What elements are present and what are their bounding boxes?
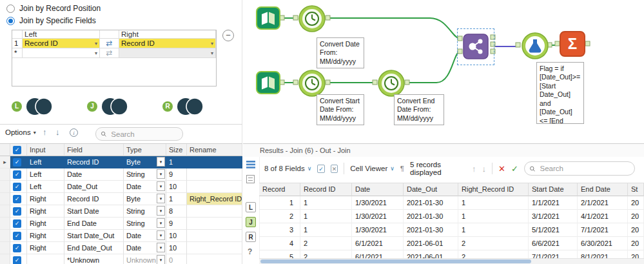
field-grid-row[interactable]: ✓RightStart Date_OutDate▾10	[0, 230, 242, 242]
field-grid-row[interactable]: ▸✓LeftRecord IDByte▾1	[0, 156, 242, 168]
horizontal-scrollbar[interactable]	[259, 258, 644, 264]
right-field-dropdown-empty[interactable]: ▾	[119, 48, 216, 58]
type-dropdown[interactable]: ▾	[157, 243, 165, 252]
radio-join-by-record-position[interactable]: Join by Record Position	[6, 4, 101, 13]
table-row[interactable]: 211/30/20212021-01-3013/1/20214/1/202120	[259, 210, 644, 223]
scrollbar-thumb[interactable]	[260, 259, 531, 263]
formula-tool[interactable]	[520, 31, 550, 63]
right-field-dropdown[interactable]: Record ID ▾	[119, 39, 216, 48]
radio-join-by-specific-fields[interactable]: Join by Specific Fields	[6, 16, 96, 25]
left-field-dropdown-empty[interactable]: ▾	[23, 48, 100, 58]
inner-join-venn[interactable]: J	[87, 96, 130, 117]
rename-cell[interactable]	[187, 205, 242, 218]
join-tool[interactable]	[463, 34, 489, 61]
row-checkbox[interactable]: ✓	[13, 219, 21, 228]
clear-fields-icon[interactable]: ✕	[331, 165, 338, 173]
results-search-box[interactable]	[524, 161, 635, 176]
rename-cell[interactable]: Right_Record ID	[187, 193, 242, 205]
column-header-input[interactable]: Input	[27, 144, 64, 156]
column-header[interactable]: Right_Record ID	[458, 183, 529, 196]
column-header-type[interactable]: Type	[124, 144, 166, 156]
chevron-down-icon[interactable]: ▾	[211, 41, 213, 46]
scroll-down-icon[interactable]: ↓	[482, 164, 487, 174]
column-header[interactable]: Start Date	[529, 183, 578, 196]
column-header[interactable]: Date	[352, 183, 404, 196]
field-grid-row[interactable]: ✓RightEnd DateString▾9	[0, 218, 242, 230]
datetime-tool-1[interactable]	[297, 4, 327, 36]
search-input[interactable]	[110, 130, 178, 139]
rename-cell[interactable]	[187, 254, 242, 264]
info-icon[interactable]: i	[70, 128, 78, 137]
row-checkbox[interactable]: ✓	[13, 244, 21, 252]
column-header[interactable]: Record ID	[300, 183, 352, 196]
column-header-rename[interactable]: Rename	[187, 144, 242, 156]
pilcrow-icon[interactable]: ¶	[400, 165, 404, 172]
type-dropdown[interactable]: ▾	[157, 230, 165, 240]
row-checkbox[interactable]: ✓	[13, 170, 21, 179]
results-search-input[interactable]	[538, 164, 630, 173]
field-search-box[interactable]	[95, 127, 183, 141]
column-header[interactable]: Date_Out	[404, 183, 458, 196]
anchor-button-left[interactable]: L	[246, 202, 256, 212]
type-dropdown[interactable]: ▾	[157, 194, 165, 203]
type-dropdown[interactable]: ▾	[157, 255, 165, 264]
rename-cell[interactable]	[187, 168, 242, 181]
options-menu-button[interactable]: Options ▾	[5, 128, 36, 136]
row-checkbox[interactable]: ✓	[13, 232, 21, 240]
column-header-size[interactable]: Size	[166, 144, 187, 156]
row-checkbox[interactable]: ✓	[13, 183, 21, 191]
column-header-field[interactable]: Field	[64, 144, 124, 156]
type-dropdown[interactable]: ▾	[157, 181, 165, 191]
field-grid-row[interactable]: ✓*UnknownUnknown▾0	[0, 254, 242, 264]
rename-cell[interactable]	[187, 218, 242, 230]
move-field-down-button[interactable]: ↓	[55, 127, 60, 137]
cell-viewer-dropdown[interactable]: Cell Viewer ∨	[350, 165, 395, 172]
fields-dropdown[interactable]: 8 of 8 Fields ∨	[264, 165, 311, 172]
rename-cell[interactable]	[187, 181, 242, 193]
anchor-button-join[interactable]: J	[246, 217, 256, 227]
metadata-view-icon[interactable]	[246, 175, 255, 185]
right-join-venn[interactable]: R	[162, 96, 205, 117]
scroll-up-icon[interactable]: ↑	[472, 164, 476, 174]
type-dropdown[interactable]: ▾	[157, 206, 165, 216]
field-grid-row[interactable]: ✓RightRecord IDByte▾1Right_Record ID	[0, 193, 242, 205]
radio-unselected-icon[interactable]	[6, 5, 15, 13]
chevron-down-icon[interactable]: ▾	[95, 50, 97, 56]
left-join-venn[interactable]: L	[12, 96, 54, 117]
row-checkbox[interactable]: ✓	[13, 195, 21, 203]
field-grid-row[interactable]: ✓RightEnd Date_OutDate▾10	[0, 242, 242, 254]
cancel-icon[interactable]: ✕	[498, 164, 505, 174]
anchor-button-right[interactable]: R	[246, 232, 256, 242]
type-dropdown[interactable]: ▾	[157, 218, 165, 228]
type-dropdown[interactable]: ▾	[157, 157, 165, 167]
chevron-down-icon[interactable]: ▾	[95, 41, 97, 46]
type-dropdown[interactable]: ▾	[157, 169, 165, 179]
data-view-icon[interactable]	[246, 161, 255, 170]
rename-cell[interactable]	[187, 156, 242, 168]
chevron-down-icon[interactable]: ▾	[211, 50, 213, 56]
workflow-canvas[interactable]: Convert Date From: MM/dd/yyyy Convert St…	[243, 0, 644, 143]
remove-join-row-button[interactable]: −	[222, 30, 234, 41]
apply-icon[interactable]: ✓	[511, 164, 518, 174]
row-checkbox[interactable]: ✓	[13, 256, 21, 264]
column-header[interactable]: Record	[259, 183, 300, 196]
table-row[interactable]: 111/30/20212021-01-3011/1/20212/1/202120	[259, 196, 644, 210]
select-all-fields-icon[interactable]: ✓	[317, 165, 325, 173]
select-all-checkbox[interactable]: ✓	[13, 146, 21, 154]
field-grid-row[interactable]: ✓RightStart DateString▾8	[0, 205, 242, 218]
help-icon[interactable]: ?	[248, 247, 252, 256]
input-data-tool-1[interactable]	[256, 6, 280, 32]
move-field-up-button[interactable]: ↑	[43, 127, 47, 137]
rename-cell[interactable]	[187, 230, 242, 242]
table-row[interactable]: 426/1/20212021-06-0126/6/20216/30/202120	[259, 237, 644, 250]
field-grid-row[interactable]: ✓LeftDateString▾9	[0, 168, 242, 181]
row-checkbox[interactable]: ✓	[13, 207, 21, 216]
column-header[interactable]: St	[628, 183, 644, 196]
summarize-tool[interactable]: Σ	[560, 31, 585, 57]
rename-cell[interactable]	[187, 242, 242, 254]
radio-selected-icon[interactable]	[6, 17, 15, 25]
table-row[interactable]: 311/30/20212021-01-3015/1/20217/1/202120	[259, 223, 644, 237]
input-data-tool-2[interactable]	[256, 71, 280, 96]
field-grid-row[interactable]: ✓LeftDate_OutDate▾10	[0, 181, 242, 193]
column-header[interactable]: End Date	[578, 183, 628, 196]
